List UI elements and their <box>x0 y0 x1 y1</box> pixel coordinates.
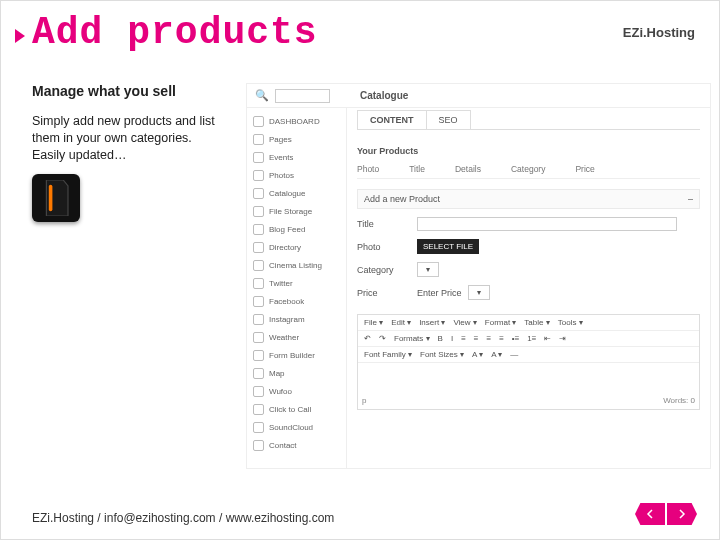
wys-tool2-2[interactable]: A ▾ <box>472 350 483 359</box>
wys-menu-item-2[interactable]: Insert ▾ <box>419 318 445 327</box>
sidebar-icon <box>253 350 264 361</box>
tab-seo[interactable]: SEO <box>427 110 471 129</box>
sidebar-item-17[interactable]: SoundCloud <box>247 418 346 436</box>
sidebar-icon <box>253 368 264 379</box>
title-label: Title <box>357 219 417 229</box>
sidebar-icon <box>253 296 264 307</box>
sidebar-item-6[interactable]: Blog Feed <box>247 220 346 238</box>
wys-tool-3[interactable]: B <box>438 334 443 343</box>
wysiwyg-status: p Words: 0 <box>362 396 695 405</box>
field-category: Category ▾ <box>357 262 700 277</box>
title-input[interactable] <box>417 217 677 231</box>
sidebar-icon <box>253 170 264 181</box>
price-select[interactable]: ▾ <box>468 285 490 300</box>
col-category: Category <box>511 164 546 174</box>
price-label: Price <box>357 288 417 298</box>
category-select[interactable]: ▾ <box>417 262 439 277</box>
collapse-icon[interactable]: – <box>688 194 693 204</box>
prev-button[interactable] <box>635 503 665 525</box>
app-screenshot: 🔍 Catalogue DASHBOARDPagesEventsPhotosCa… <box>246 83 711 469</box>
add-product-label: Add a new Product <box>364 194 440 204</box>
product-icon <box>32 174 80 222</box>
sidebar-item-1[interactable]: Pages <box>247 130 346 148</box>
wys-tool2-3[interactable]: A ▾ <box>491 350 502 359</box>
search-input[interactable] <box>275 89 330 103</box>
footer-url: www.ezihosting.com <box>226 511 335 525</box>
sidebar-item-4[interactable]: Catalogue <box>247 184 346 202</box>
sidebar-item-16[interactable]: Click to Call <box>247 400 346 418</box>
wys-tool-6[interactable]: ≡ <box>474 334 479 343</box>
wys-tool-0[interactable]: ↶ <box>364 334 371 343</box>
description: Simply add new products and list them in… <box>32 113 237 164</box>
content-area: CONTENTSEO Your Products PhotoTitleDetai… <box>347 108 710 468</box>
sidebar-item-11[interactable]: Instagram <box>247 310 346 328</box>
sidebar-label: Directory <box>269 243 301 252</box>
select-file-button[interactable]: SELECT FILE <box>417 239 479 254</box>
wysiwyg-toolbar-1: ↶↷Formats ▾BI≡≡≡≡•≡1≡⇤⇥ <box>358 331 699 347</box>
sidebar-label: Photos <box>269 171 294 180</box>
sidebar-label: Contact <box>269 441 297 450</box>
tab-content[interactable]: CONTENT <box>357 110 427 129</box>
sidebar-label: Blog Feed <box>269 225 305 234</box>
sidebar-item-0[interactable]: DASHBOARD <box>247 112 346 130</box>
col-photo: Photo <box>357 164 379 174</box>
next-button[interactable] <box>667 503 697 525</box>
wys-tool-9[interactable]: •≡ <box>512 334 519 343</box>
wys-menu-item-5[interactable]: Table ▾ <box>524 318 549 327</box>
sidebar-item-7[interactable]: Directory <box>247 238 346 256</box>
wys-tool-2[interactable]: Formats ▾ <box>394 334 430 343</box>
sidebar-item-12[interactable]: Weather <box>247 328 346 346</box>
wys-menu-item-6[interactable]: Tools ▾ <box>558 318 583 327</box>
wysiwyg-wordcount: Words: 0 <box>663 396 695 405</box>
wys-menu-item-1[interactable]: Edit ▾ <box>391 318 411 327</box>
wys-tool-7[interactable]: ≡ <box>486 334 491 343</box>
wys-menu-item-4[interactable]: Format ▾ <box>485 318 517 327</box>
wys-tool-8[interactable]: ≡ <box>499 334 504 343</box>
sidebar-label: Weather <box>269 333 299 342</box>
sidebar-label: Map <box>269 369 285 378</box>
wysiwyg-editor[interactable]: p Words: 0 <box>358 363 699 409</box>
wys-tool-11[interactable]: ⇤ <box>544 334 551 343</box>
sidebar-label: Wufoo <box>269 387 292 396</box>
sidebar-label: Events <box>269 153 293 162</box>
products-table-header: PhotoTitleDetailsCategoryPrice <box>357 160 700 179</box>
slide: Add products EZi.Hosting Manage what you… <box>0 0 720 540</box>
sidebar-icon <box>253 242 264 253</box>
sidebar-item-15[interactable]: Wufoo <box>247 382 346 400</box>
wys-tool-5[interactable]: ≡ <box>461 334 466 343</box>
sidebar-item-2[interactable]: Events <box>247 148 346 166</box>
sidebar-item-13[interactable]: Form Builder <box>247 346 346 364</box>
sidebar-label: Cinema Listing <box>269 261 322 270</box>
sidebar-item-5[interactable]: File Storage <box>247 202 346 220</box>
sidebar-item-18[interactable]: Contact <box>247 436 346 454</box>
wysiwyg-path: p <box>362 396 366 405</box>
wys-tool-10[interactable]: 1≡ <box>527 334 536 343</box>
wysiwyg-toolbar-2: Font Family ▾Font Sizes ▾A ▾A ▾— <box>358 347 699 363</box>
sidebar-item-14[interactable]: Map <box>247 364 346 382</box>
photo-label: Photo <box>357 242 417 252</box>
price-hint: Enter Price <box>417 288 462 298</box>
footer-company: EZi.Hosting <box>32 511 94 525</box>
add-product-bar[interactable]: Add a new Product – <box>357 189 700 209</box>
sidebar-icon <box>253 332 264 343</box>
left-column: Manage what you sell Simply add new prod… <box>32 83 237 222</box>
sidebar-item-10[interactable]: Facebook <box>247 292 346 310</box>
wys-tool-12[interactable]: ⇥ <box>559 334 566 343</box>
desc-line-1: Simply add new products and list them in… <box>32 114 215 145</box>
wys-menu-item-3[interactable]: View ▾ <box>453 318 476 327</box>
col-title: Title <box>409 164 425 174</box>
sidebar-item-3[interactable]: Photos <box>247 166 346 184</box>
sidebar-item-8[interactable]: Cinema Listing <box>247 256 346 274</box>
wys-tool2-4[interactable]: — <box>510 350 518 359</box>
svg-rect-0 <box>49 184 53 210</box>
wys-tool-4[interactable]: I <box>451 334 453 343</box>
footer-sep-2: / <box>216 511 226 525</box>
wys-tool2-1[interactable]: Font Sizes ▾ <box>420 350 464 359</box>
wys-menu-item-0[interactable]: File ▾ <box>364 318 383 327</box>
sidebar-label: Facebook <box>269 297 304 306</box>
sidebar-item-9[interactable]: Twitter <box>247 274 346 292</box>
wys-tool2-0[interactable]: Font Family ▾ <box>364 350 412 359</box>
wys-tool-1[interactable]: ↷ <box>379 334 386 343</box>
sidebar-icon <box>253 278 264 289</box>
col-details: Details <box>455 164 481 174</box>
